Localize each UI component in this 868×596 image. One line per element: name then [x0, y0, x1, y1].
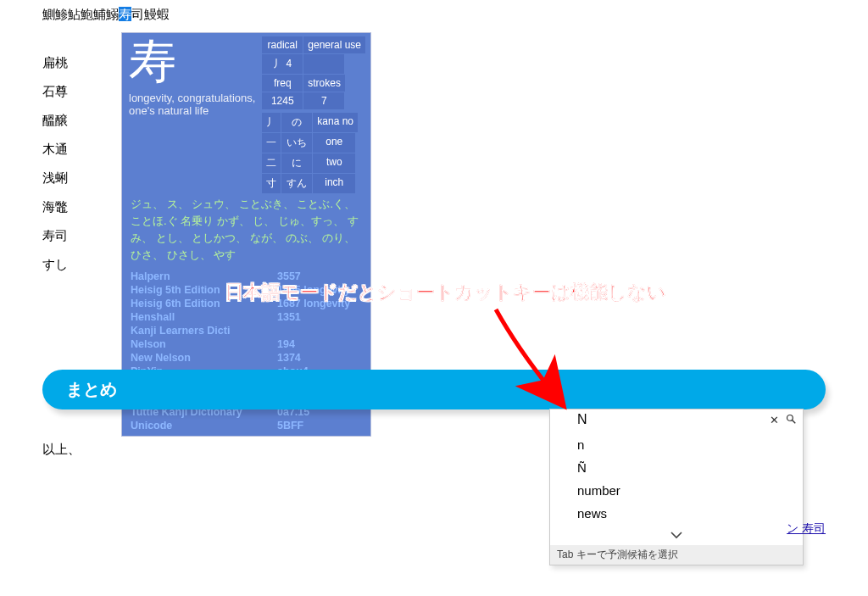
- list-item: 木通: [42, 142, 68, 158]
- list-item: 醞醸: [42, 113, 68, 129]
- body-text: 以上、: [42, 442, 81, 458]
- stat-label: general use: [303, 36, 365, 53]
- ime-candidate-list: n Ñ number news: [550, 433, 803, 526]
- kanji-readings: ジュ、 ス、 シュウ、 ことぶき、 ことぶ.く、 ことほ.ぐ 名乗り かず、 じ…: [122, 193, 370, 270]
- ime-current-input: N: [577, 412, 587, 427]
- kanji-stats-grid: radical general use 丿 4 freq strokes 124…: [262, 36, 365, 109]
- ime-candidate[interactable]: number: [550, 479, 803, 502]
- stat-value: 1245: [262, 92, 303, 109]
- stat-label: strokes: [303, 75, 345, 92]
- kanji-glyph: 寿: [129, 36, 262, 92]
- list-item: 扁桃: [42, 55, 68, 71]
- stat-label: radical: [262, 36, 303, 53]
- word-list: 扁桃 石尊 醞醸 木通 浅蜊 海鼈 寿司 すし: [42, 55, 68, 286]
- close-icon[interactable]: ✕: [770, 414, 779, 426]
- list-item: 石尊: [42, 84, 68, 100]
- list-item: 浅蜊: [42, 170, 68, 187]
- stat-value: 7: [303, 92, 344, 109]
- chevron-down-icon[interactable]: [550, 526, 803, 545]
- ime-candidate[interactable]: n: [550, 433, 803, 456]
- page-text-line: 鰂鯵鮎鮑鯆鰯寿司鰻蝦: [42, 7, 170, 23]
- ime-candidate-window[interactable]: N ✕ n Ñ number news Tab キーで予測候補を選択: [549, 409, 804, 565]
- list-item: 海鼈: [42, 199, 68, 215]
- highlighted-kanji[interactable]: 寿: [119, 7, 131, 21]
- ime-candidate[interactable]: Ñ: [550, 456, 803, 479]
- stat-value: [303, 54, 344, 74]
- list-item: すし: [42, 257, 68, 273]
- kanji-components: 丿のkana no 一いちone 二にtwo 寸すんinch: [262, 113, 365, 193]
- stat-value: 丿 4: [262, 54, 303, 74]
- text-after: 司鰻蝦: [131, 7, 170, 21]
- kanji-meaning: longevity, congratulations, one's natura…: [129, 92, 262, 117]
- ime-candidate[interactable]: news: [550, 502, 803, 525]
- ime-hint: Tab キーで予測候補を選択: [550, 545, 803, 565]
- list-item: 寿司: [42, 228, 68, 244]
- svg-point-0: [787, 415, 793, 421]
- section-heading-banner: まとめ: [42, 370, 826, 409]
- search-icon[interactable]: [786, 414, 796, 426]
- sushi-link[interactable]: ン 寿司: [787, 521, 826, 537]
- svg-line-1: [793, 420, 796, 423]
- text-before: 鰂鯵鮎鮑鯆鰯: [42, 7, 119, 21]
- annotation-text: 日本語モードだとショートカットキーは機能しない: [225, 280, 666, 305]
- arrow-icon: [487, 301, 589, 411]
- stat-label: freq: [262, 75, 303, 92]
